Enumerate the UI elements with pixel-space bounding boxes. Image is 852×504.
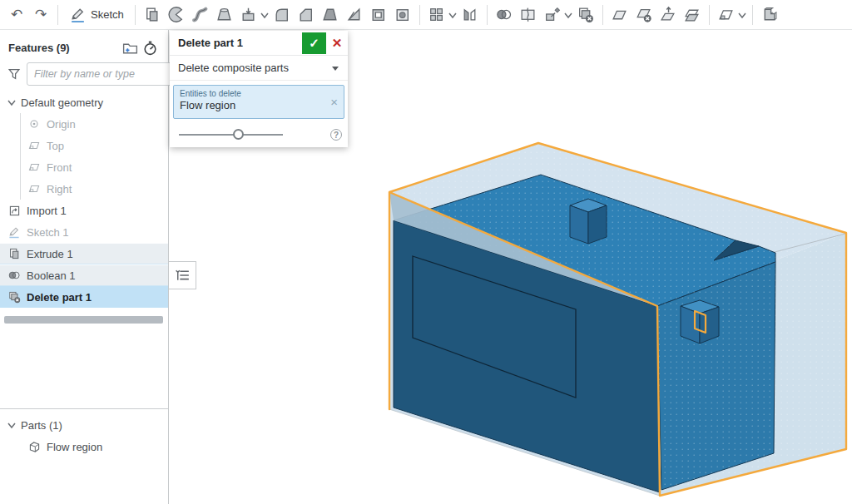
chevron-down-icon [7, 97, 17, 108]
import-icon [7, 203, 22, 218]
hole-icon [394, 6, 411, 23]
check-icon: ✓ [309, 36, 320, 51]
mirror-icon [461, 6, 478, 23]
chevron-down-icon [7, 420, 17, 431]
tree-item-label: Extrude 1 [27, 248, 73, 260]
entities-field-label: Entities to delete [180, 89, 344, 98]
loft-button[interactable] [213, 3, 236, 27]
side-boss-cube[interactable] [681, 300, 719, 343]
pencil-icon [69, 6, 87, 23]
sketch-button[interactable]: Sketch [63, 3, 130, 27]
operation-dropdown-value: Delete composite parts [170, 62, 329, 74]
tree-item-label: Default geometry [21, 96, 103, 109]
delete-part-button[interactable] [574, 3, 597, 27]
entities-field-value: Flow region [180, 99, 344, 111]
extrude-button[interactable] [141, 3, 164, 27]
confirm-button[interactable]: ✓ [302, 32, 326, 54]
add-folder-button[interactable] [120, 38, 140, 57]
operation-dropdown[interactable]: Delete composite parts [170, 56, 348, 81]
rollback-bar[interactable] [4, 316, 163, 324]
boolean-button[interactable] [493, 3, 516, 27]
filter-funnel-icon[interactable] [7, 67, 22, 82]
pattern-dropdown-chevron-icon[interactable] [448, 10, 458, 20]
top-boss-box[interactable] [570, 199, 607, 244]
cancel-button[interactable]: ✕ [326, 32, 348, 54]
sketch-button-label: Sketch [91, 8, 124, 21]
parts-section-divider [0, 408, 168, 409]
tree-item-sketch-1[interactable]: Sketch 1 [0, 221, 168, 243]
plane-icon [717, 6, 735, 23]
redo-button[interactable]: ↷ [29, 3, 52, 27]
split-icon [519, 6, 537, 23]
tree-item-boolean-1[interactable]: Boolean 1 [0, 264, 168, 286]
revolve-icon [167, 6, 185, 23]
sketch-icon [7, 225, 22, 240]
feature-list-toggle-button[interactable] [168, 261, 196, 289]
transform-button[interactable] [541, 3, 564, 27]
chamfer-button[interactable] [295, 3, 318, 27]
delete-part-dialog: Delete part 1 ✓ ✕ Delete composite parts… [170, 31, 348, 147]
tree-group-default-geometry[interactable]: Default geometry [0, 91, 168, 113]
dialog-title: Delete part 1 [170, 37, 302, 49]
tree-item-right-plane[interactable]: Right [0, 178, 168, 200]
move-face-button[interactable] [608, 3, 632, 27]
draft-button[interactable] [319, 3, 342, 27]
thicken-button[interactable] [237, 3, 260, 27]
tree-item-origin[interactable]: Origin [0, 113, 168, 135]
tree-item-label: Top [47, 140, 64, 152]
plane-button[interactable] [715, 3, 738, 27]
sweep-button[interactable] [189, 3, 212, 27]
offset-surface-button[interactable] [656, 3, 680, 27]
tree-item-import-1[interactable]: Import 1 [0, 200, 168, 221]
help-button[interactable]: ? [330, 129, 342, 141]
tree-item-top-plane[interactable]: Top [0, 135, 168, 156]
regenerate-time-button[interactable] [140, 38, 160, 57]
transform-dropdown-chevron-icon[interactable] [563, 10, 573, 20]
parts-group-header[interactable]: Parts (1) [0, 414, 168, 436]
toolbar-divider [487, 5, 488, 25]
revolve-button[interactable] [165, 3, 188, 27]
split-button[interactable] [517, 3, 540, 27]
delete-face-icon [635, 6, 652, 23]
mirror-button[interactable] [458, 3, 482, 27]
clear-selection-icon[interactable]: × [330, 96, 338, 108]
undo-button[interactable]: ↶ [5, 3, 28, 27]
plane-icon [27, 160, 42, 175]
fillet-icon [273, 6, 290, 23]
tree-item-extrude-1[interactable]: Extrude 1 [0, 243, 168, 264]
extrude-icon [143, 6, 161, 23]
parts-item-flow-region[interactable]: Flow region [0, 436, 168, 457]
dialog-title-row: Delete part 1 ✓ ✕ [170, 31, 348, 56]
opacity-slider-track[interactable] [179, 134, 283, 136]
tree-item-front-plane[interactable]: Front [0, 156, 168, 178]
tree-item-label: Front [47, 161, 72, 174]
split-part-button[interactable] [758, 3, 781, 27]
opacity-slider-handle[interactable] [233, 129, 244, 140]
linear-pattern-button[interactable] [425, 3, 448, 27]
tree-item-label: Delete part 1 [27, 291, 92, 304]
fillet-button[interactable] [270, 3, 294, 27]
filter-input[interactable] [27, 62, 177, 86]
redo-icon: ↷ [35, 7, 47, 22]
parts-group-title: Parts (1) [21, 419, 62, 432]
dialog-footer: ? [170, 122, 348, 147]
toolbar-divider [752, 5, 753, 25]
toolbar-divider [135, 5, 136, 25]
rib-button[interactable] [343, 3, 366, 27]
tree-item-label: Origin [47, 118, 76, 131]
rib-icon [345, 6, 363, 23]
delete-part-icon [577, 6, 594, 23]
toolbar-divider [57, 5, 58, 25]
entities-to-delete-field[interactable]: Entities to delete Flow region × [173, 85, 344, 119]
shell-button[interactable] [367, 3, 390, 27]
replace-face-button[interactable] [681, 3, 704, 27]
tree-item-delete-part-1[interactable]: Delete part 1 [0, 286, 168, 308]
plane-icon [27, 181, 42, 196]
thicken-dropdown-chevron-icon[interactable] [260, 10, 270, 20]
add-folder-icon [121, 39, 139, 57]
delete-face-button[interactable] [632, 3, 656, 27]
hole-button[interactable] [391, 3, 414, 27]
part-icon [27, 439, 42, 454]
features-panel-header: Features (9) [0, 37, 168, 58]
plane-dropdown-chevron-icon[interactable] [737, 10, 747, 20]
